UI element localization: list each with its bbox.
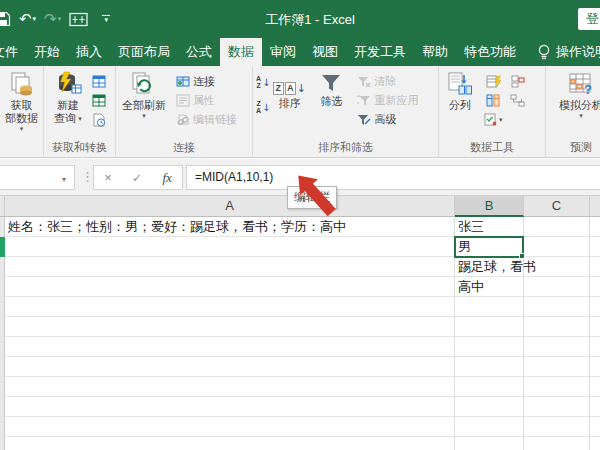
- relationships-button[interactable]: [508, 91, 527, 110]
- sheet-row-10: [0, 397, 600, 417]
- column-header-C[interactable]: C: [524, 196, 590, 217]
- touch-mouse-mode-button[interactable]: [65, 7, 92, 31]
- cell-A12[interactable]: [5, 437, 455, 450]
- name-box[interactable]: ▾: [0, 165, 75, 190]
- remove-duplicates-button[interactable]: [482, 91, 505, 110]
- row-header-sliver[interactable]: [590, 397, 600, 417]
- cell-C6[interactable]: [524, 317, 590, 337]
- text-to-columns-icon: [447, 71, 473, 97]
- tab-page-layout[interactable]: 页面布局: [110, 38, 178, 66]
- dropdown-arrow-icon: ▾: [142, 112, 146, 120]
- fill-handle[interactable]: [519, 253, 525, 259]
- cell-B4[interactable]: 高中: [455, 277, 524, 297]
- sort-descending-button[interactable]: ZA ↓: [255, 99, 271, 116]
- column-header-B[interactable]: B: [455, 196, 524, 217]
- tab-special-features[interactable]: 特色功能: [456, 38, 524, 66]
- tab-file[interactable]: 文件: [0, 38, 26, 66]
- row-header-sliver[interactable]: [590, 337, 600, 357]
- cell-A6[interactable]: [5, 317, 455, 337]
- cell-C11[interactable]: [524, 417, 590, 437]
- cell-B12[interactable]: [455, 437, 524, 450]
- what-if-analysis-button[interactable]: ? 模拟分析 ▾: [551, 68, 600, 120]
- cell-A3[interactable]: [5, 257, 455, 277]
- cell-C12[interactable]: [524, 437, 590, 450]
- cell-C2[interactable]: [524, 237, 590, 257]
- refresh-all-button[interactable]: 全部刷新 ▾: [118, 68, 170, 120]
- from-table-button[interactable]: [90, 72, 108, 91]
- tab-home[interactable]: 开始: [26, 38, 68, 66]
- cell-A8[interactable]: [5, 357, 455, 377]
- row-header-sliver[interactable]: [590, 277, 600, 297]
- column-header-A[interactable]: A: [5, 196, 455, 217]
- cell-C8[interactable]: [524, 357, 590, 377]
- flash-fill-button[interactable]: [482, 72, 505, 91]
- cell-B6[interactable]: [455, 317, 524, 337]
- undo-dropdown-icon[interactable]: ▾: [33, 15, 37, 23]
- row-header-sliver[interactable]: [590, 237, 600, 257]
- tab-data[interactable]: 数据: [220, 38, 262, 66]
- cell-A4[interactable]: [5, 277, 455, 297]
- consolidate-button[interactable]: [508, 72, 527, 91]
- cell-C3[interactable]: [524, 257, 590, 277]
- tab-help[interactable]: 帮助: [414, 38, 456, 66]
- enter-icon[interactable]: ✓: [132, 171, 142, 185]
- tab-insert[interactable]: 插入: [68, 38, 110, 66]
- row-header-sliver[interactable]: [590, 217, 600, 237]
- name-box-dropdown-icon[interactable]: ▾: [62, 175, 66, 184]
- sort-button[interactable]: Z A ↓ 排序: [271, 68, 307, 110]
- row-header-sliver[interactable]: [590, 417, 600, 437]
- filter-funnel-icon: [321, 74, 341, 93]
- cell-B10[interactable]: [455, 397, 524, 417]
- get-external-data-button[interactable]: 获取 部数据 ▾: [2, 68, 41, 133]
- row-header-sliver[interactable]: [590, 357, 600, 377]
- cell-A2[interactable]: [5, 237, 455, 257]
- row-header-sliver[interactable]: [590, 377, 600, 397]
- cell-B1[interactable]: 张三: [455, 217, 524, 237]
- cell-B5[interactable]: [455, 297, 524, 317]
- tab-review[interactable]: 审阅: [262, 38, 304, 66]
- formula-input[interactable]: =MID(A1,10,1): [186, 165, 600, 190]
- sign-in-button[interactable]: 登: [578, 8, 600, 30]
- tab-developer[interactable]: 开发工具: [346, 38, 414, 66]
- customize-qat-button[interactable]: ▾: [98, 7, 114, 31]
- cell-B9[interactable]: [455, 377, 524, 397]
- cell-C10[interactable]: [524, 397, 590, 417]
- filter-button[interactable]: 筛选: [313, 68, 349, 108]
- data-validation-button[interactable]: ▾: [482, 110, 505, 129]
- cell-C4[interactable]: [524, 277, 590, 297]
- cell-A11[interactable]: [5, 417, 455, 437]
- cell-B3[interactable]: 踢足球，看书: [455, 257, 524, 277]
- cell-B8[interactable]: [455, 357, 524, 377]
- new-query-button[interactable]: 新建 查询▾: [46, 68, 90, 125]
- cell-C9[interactable]: [524, 377, 590, 397]
- cell-C5[interactable]: [524, 297, 590, 317]
- save-button[interactable]: [0, 7, 15, 31]
- cell-A5[interactable]: [5, 297, 455, 317]
- connections-button[interactable]: 连接: [174, 72, 239, 91]
- cell-C1[interactable]: [524, 217, 590, 237]
- cell-A9[interactable]: [5, 377, 455, 397]
- cell-B7[interactable]: [455, 337, 524, 357]
- tab-formulas[interactable]: 公式: [178, 38, 220, 66]
- cell-B11[interactable]: [455, 417, 524, 437]
- sort-ascending-button[interactable]: AZ ↓: [255, 74, 271, 91]
- cell-A1[interactable]: 姓名：张三；性别：男；爱好：踢足球，看书；学历：高中: [5, 217, 455, 237]
- column-header-corner[interactable]: [590, 196, 600, 217]
- undo-button[interactable]: ↶ ▾: [15, 7, 40, 31]
- cell-C7[interactable]: [524, 337, 590, 357]
- from-range-button[interactable]: [90, 91, 108, 110]
- tab-view[interactable]: 视图: [304, 38, 346, 66]
- row-header-sliver[interactable]: [590, 317, 600, 337]
- text-to-columns-button[interactable]: 分列: [441, 68, 479, 112]
- tell-me-search[interactable]: 操作说明: [537, 38, 600, 66]
- recent-sources-button[interactable]: [90, 110, 108, 129]
- cell-B2[interactable]: 男: [455, 237, 524, 257]
- cell-A7[interactable]: [5, 337, 455, 357]
- cancel-icon[interactable]: ×: [104, 170, 112, 185]
- row-header-sliver[interactable]: [590, 257, 600, 277]
- advanced-filter-button[interactable]: 高级: [355, 110, 420, 129]
- cell-A10[interactable]: [5, 397, 455, 417]
- row-header-sliver[interactable]: [590, 297, 600, 317]
- row-header-sliver[interactable]: [590, 437, 600, 450]
- insert-function-icon[interactable]: fx: [162, 170, 171, 186]
